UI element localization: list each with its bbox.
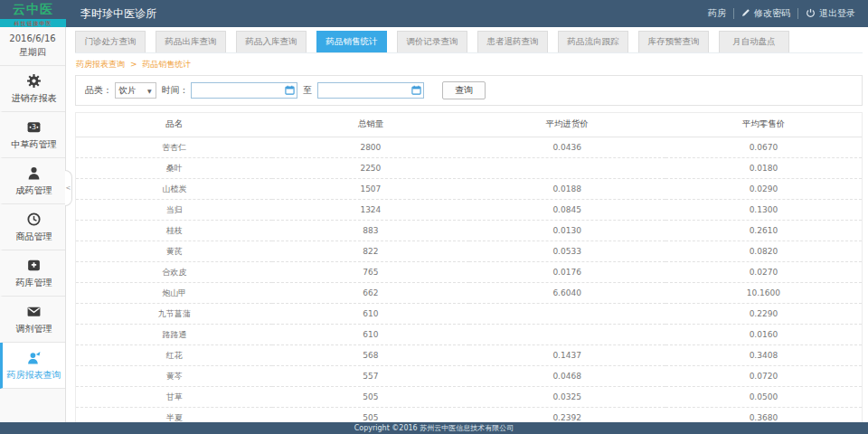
table-row: 当归13240.08450.1300 <box>76 200 862 221</box>
main-content: 门诊处方查询药品出库查询药品入库查询药品销售统计调价记录查询患者退药查询药品流向… <box>66 27 868 422</box>
table-cell: 0.1300 <box>665 200 862 221</box>
sidebar-item-label: 商品管理 <box>16 231 52 241</box>
tab-7[interactable]: 库存预警查询 <box>638 31 709 52</box>
report-panel: 品名总销量平均进货价平均零售价 苦杏仁28000.04360.0670桑叶225… <box>75 112 863 434</box>
tab-4[interactable]: 调价记录查询 <box>397 31 467 52</box>
table-cell: 0.0188 <box>469 179 665 200</box>
caret-down-icon: ▼ <box>147 88 152 94</box>
table-row: 桂枝8830.01300.2610 <box>76 221 862 241</box>
table-cell: 0.0180 <box>665 158 862 179</box>
breadcrumb-separator: > <box>130 60 137 69</box>
tab-0[interactable]: 门诊处方查询 <box>75 31 146 52</box>
footer-bar: Copyright ©2016 苏州云中医信息技术有限公司 <box>0 422 868 434</box>
tab-8[interactable]: 月自动盘点 <box>719 31 789 52</box>
table-cell: 甘草 <box>76 387 272 408</box>
search-button[interactable]: 查询 <box>442 81 486 99</box>
copyright-text: Copyright ©2016 苏州云中医信息技术有限公司 <box>354 424 514 432</box>
tab-1[interactable]: 药品出库查询 <box>156 31 226 52</box>
change-password-button[interactable]: 修改密码 <box>741 7 790 20</box>
date-text: 2016/6/16 <box>0 32 65 45</box>
sidebar-menu: 进销存报表3中草药管理成药管理商品管理药库管理调剂管理药房报表查询 <box>0 66 65 389</box>
app-window: 云中医 科技链接中医 李时珍中医诊所 药房 修改密码 退出登录 2016/6/1… <box>0 0 868 434</box>
breadcrumb: 药房报表查询 > 药品销售统计 <box>75 53 863 75</box>
logout-button[interactable]: 退出登录 <box>806 7 855 20</box>
table-row: 黄芪8220.05330.0820 <box>76 241 862 262</box>
table-cell: 505 <box>272 387 468 408</box>
table-body: 苦杏仁28000.04360.0670桑叶22500.0180山楂炭15070.… <box>76 137 862 434</box>
category-select[interactable]: 饮片 ▼ <box>115 82 156 99</box>
date-from-field <box>191 82 297 99</box>
table-cell: 九节菖蒲 <box>76 304 272 325</box>
table-cell: 0.0500 <box>665 387 862 408</box>
table-cell: 0.2610 <box>665 221 862 241</box>
table-cell: 0.0160 <box>665 325 862 345</box>
sidebar-item-clock[interactable]: 商品管理 <box>0 204 65 250</box>
table-cell: 2250 <box>272 158 468 179</box>
category-value: 饮片 <box>119 85 137 97</box>
breadcrumb-current: 药品销售统计 <box>142 60 191 69</box>
sidebar-item-envelope[interactable]: 调剂管理 <box>0 297 65 343</box>
sidebar-item-report[interactable]: 药房报表查询 <box>0 343 65 389</box>
sidebar-item-label: 药房报表查询 <box>7 370 61 380</box>
sidebar-item-gear[interactable]: 进销存报表 <box>0 66 65 112</box>
header-actions: 药房 修改密码 退出登录 <box>708 7 855 20</box>
breadcrumb-parent[interactable]: 药房报表查询 <box>76 60 125 69</box>
column-header: 平均进货价 <box>469 113 665 137</box>
power-icon <box>806 8 816 20</box>
table-cell: 黄芪 <box>76 241 272 262</box>
table-cell: 0.0533 <box>469 241 665 262</box>
sidebar-collapse-handle[interactable]: < <box>65 170 72 206</box>
table-cell: 822 <box>272 241 468 262</box>
date-to-input[interactable] <box>317 82 424 99</box>
logo-subtitle: 科技链接中医 <box>0 19 66 27</box>
table-row: 黄芩5570.04680.0720 <box>76 366 862 387</box>
table-row: 甘草5050.03250.0500 <box>76 387 862 408</box>
app-logo: 云中医 科技链接中医 <box>0 0 66 27</box>
table-cell: 0.0820 <box>665 241 862 262</box>
tab-2[interactable]: 药品入库查询 <box>236 31 307 52</box>
divider <box>797 8 798 19</box>
table-cell: 10.1600 <box>665 283 862 304</box>
table-cell: 红花 <box>76 345 272 366</box>
date-from-input[interactable] <box>191 82 297 99</box>
table-cell: 黄芩 <box>76 366 272 387</box>
table-row: 合欢皮7650.01760.0270 <box>76 262 862 283</box>
table-cell: 0.3408 <box>665 345 862 366</box>
tab-bar: 门诊处方查询药品出库查询药品入库查询药品销售统计调价记录查询患者退药查询药品流向… <box>75 31 863 53</box>
table-row: 山楂炭15070.01880.0290 <box>76 179 862 200</box>
table-cell: 桂枝 <box>76 221 272 241</box>
pencil-icon <box>741 8 750 19</box>
herb-icon: 3 <box>3 119 65 136</box>
envelope-icon <box>3 304 65 320</box>
sidebar-item-label: 进销存报表 <box>12 93 57 103</box>
time-label: 时间 : <box>162 84 186 97</box>
gear-icon <box>3 73 65 90</box>
tab-3[interactable]: 药品销售统计 <box>316 31 387 52</box>
category-label: 品类 : <box>85 84 109 97</box>
table-cell <box>469 158 665 179</box>
logo-title: 云中医 <box>0 0 66 18</box>
table-cell: 苦杏仁 <box>76 137 272 158</box>
sales-report-table: 品名总销量平均进货价平均零售价 苦杏仁28000.04360.0670桑叶225… <box>76 113 862 434</box>
table-cell: 0.0176 <box>469 262 665 283</box>
page-body: 2016/6/16 星期四 进销存报表3中草药管理成药管理商品管理药库管理调剂管… <box>0 27 868 422</box>
table-cell: 0.0436 <box>469 137 665 158</box>
sidebar-item-person[interactable]: 成药管理 <box>0 158 65 204</box>
table-cell: 0.0468 <box>469 366 665 387</box>
table-cell: 桑叶 <box>76 158 272 179</box>
tab-6[interactable]: 药品流向跟踪 <box>558 31 628 52</box>
table-cell: 路路通 <box>76 325 272 345</box>
table-cell: 610 <box>272 325 468 345</box>
table-cell: 当归 <box>76 200 272 221</box>
table-cell: 765 <box>272 262 468 283</box>
table-header-row: 品名总销量平均进货价平均零售价 <box>76 113 862 137</box>
sidebar-item-herb[interactable]: 3中草药管理 <box>0 112 65 158</box>
filter-panel: 品类 : 饮片 ▼ 时间 : 至 查询 <box>75 75 863 106</box>
report-icon <box>3 350 65 366</box>
top-bar: 云中医 科技链接中医 李时珍中医诊所 药房 修改密码 退出登录 <box>0 0 868 27</box>
tab-5[interactable]: 患者退药查询 <box>477 31 548 52</box>
table-row: 九节菖蒲6100.2290 <box>76 304 862 325</box>
table-cell <box>469 325 665 345</box>
sidebar-item-plusbox[interactable]: 药库管理 <box>0 250 65 297</box>
table-cell: 557 <box>272 366 468 387</box>
